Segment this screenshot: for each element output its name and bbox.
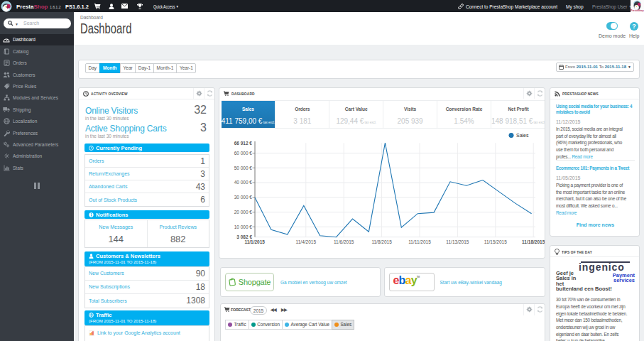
svg-text:11/8/2015: 11/8/2015 [371, 239, 392, 244]
svg-text:11/6/2015: 11/6/2015 [334, 239, 354, 244]
svg-text:66 912 €: 66 912 € [234, 141, 253, 146]
svg-text:Sales: Sales [516, 133, 529, 138]
svg-text:30 000 €: 30 000 € [234, 195, 253, 200]
svg-text:11/11/2015: 11/11/2015 [408, 239, 431, 244]
svg-text:60 000 €: 60 000 € [234, 151, 253, 156]
svg-text:40 000 €: 40 000 € [234, 180, 253, 185]
svg-text:11/15/2015: 11/15/2015 [484, 239, 507, 244]
svg-text:20 000 €: 20 000 € [234, 210, 253, 215]
svg-text:50 000 €: 50 000 € [234, 166, 253, 170]
svg-text:3 082 €: 3 082 € [236, 234, 252, 239]
svg-text:11/18/2015: 11/18/2015 [522, 239, 545, 244]
svg-text:11/1/2015: 11/1/2015 [244, 239, 265, 244]
svg-text:11/4/2015: 11/4/2015 [296, 239, 317, 244]
svg-text:11/13/2015: 11/13/2015 [446, 239, 469, 244]
svg-text:10 000 €: 10 000 € [234, 224, 253, 229]
